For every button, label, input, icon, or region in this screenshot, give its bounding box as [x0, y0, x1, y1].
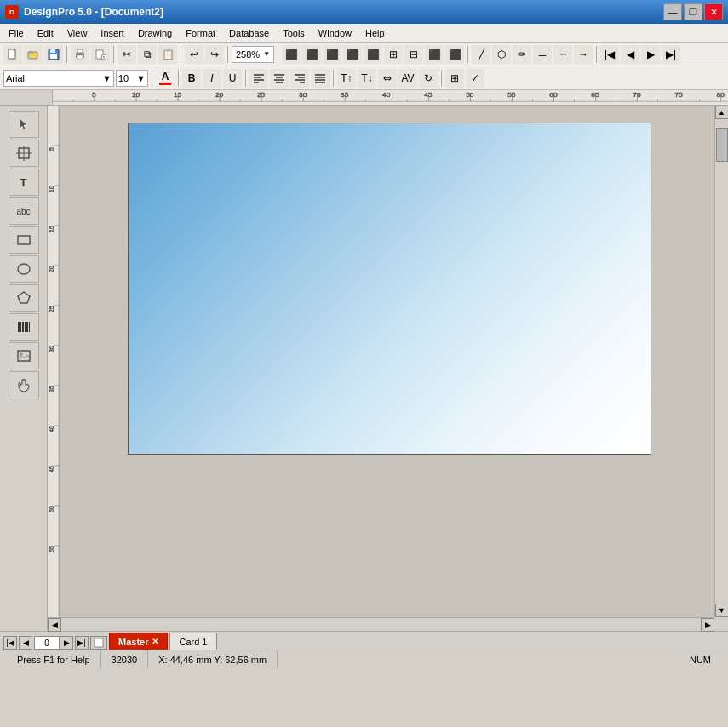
zoom-dropdown[interactable]: 258% ▼	[232, 46, 274, 63]
align-right-button[interactable]	[290, 69, 309, 88]
cut-button[interactable]: ✂	[118, 45, 136, 64]
master-tab-close[interactable]: ✕	[152, 637, 158, 646]
menu-file[interactable]: File	[2, 24, 31, 42]
title-controls: — ❐ ✕	[663, 3, 723, 20]
scroll-h-track[interactable]	[61, 618, 701, 631]
text-tool-button[interactable]: T	[9, 169, 39, 196]
obj-group-button[interactable]: ⊞	[384, 45, 403, 64]
page-last-button[interactable]: ▶|	[75, 636, 89, 650]
scroll-down-button[interactable]: ▼	[715, 604, 729, 617]
line-tool-button[interactable]: ╱	[472, 45, 490, 64]
svg-text:45: 45	[49, 466, 54, 472]
new-button[interactable]	[3, 45, 22, 64]
svg-rect-90	[22, 322, 24, 332]
font-name-dropdown[interactable]: Arial ▼	[3, 70, 114, 87]
italic-button[interactable]: I	[203, 69, 221, 88]
svg-rect-89	[20, 322, 21, 332]
polygon-tool-button2[interactable]	[9, 284, 39, 312]
nav-first-button[interactable]: |◀	[600, 45, 619, 64]
print-button[interactable]	[71, 45, 89, 64]
text-superscript-button[interactable]: T↑	[337, 69, 356, 88]
menu-drawing[interactable]: Drawing	[131, 24, 179, 42]
dash-tool-button[interactable]: ╌	[553, 45, 572, 64]
page-number-input[interactable]	[34, 636, 60, 650]
font-size-dropdown[interactable]: 10 ▼	[116, 70, 148, 87]
menu-tools[interactable]: Tools	[276, 24, 312, 42]
scroll-v-thumb[interactable]	[716, 128, 728, 162]
rectangle-tool-button[interactable]	[9, 226, 39, 254]
text-rotate-button[interactable]: ↻	[419, 69, 438, 88]
separator	[227, 46, 228, 63]
align-center-button[interactable]	[270, 69, 289, 88]
arrow-tool-button[interactable]: →	[574, 45, 593, 64]
page-next-button[interactable]: ▶	[60, 636, 73, 650]
svg-text:75: 75	[674, 92, 683, 100]
obj-front-button[interactable]: ⬛	[425, 45, 444, 64]
hand-tool-button[interactable]	[9, 371, 39, 398]
pointer-tool-button[interactable]	[9, 140, 39, 167]
insert-field-button[interactable]: ⊞	[445, 69, 464, 88]
menu-view[interactable]: View	[60, 24, 95, 42]
abc-tool-button[interactable]: abc	[9, 197, 39, 225]
polygon-tool-button[interactable]: ⬡	[492, 45, 511, 64]
scroll-up-button[interactable]: ▲	[715, 106, 729, 119]
bold-button[interactable]: B	[182, 69, 201, 88]
barcode-tool-button[interactable]	[9, 313, 39, 341]
pencil-tool-button[interactable]: ✏	[513, 45, 531, 64]
page-prev-button[interactable]: ◀	[19, 636, 32, 650]
underline-button[interactable]: U	[223, 69, 242, 88]
line-thick-button[interactable]: ═	[533, 45, 552, 64]
text-color-button[interactable]: A	[156, 69, 175, 88]
master-tab[interactable]: Master ✕	[109, 633, 168, 650]
copy-button[interactable]: ⧉	[138, 45, 157, 64]
scroll-right-button[interactable]: ▶	[701, 618, 714, 632]
obj-align-top-button[interactable]: ⬛	[343, 45, 362, 64]
text-color-indicator	[159, 83, 171, 85]
card1-tab[interactable]: Card 1	[169, 633, 216, 650]
close-button[interactable]: ✕	[704, 3, 723, 20]
scroll-v-track[interactable]	[715, 119, 728, 604]
menu-format[interactable]: Format	[179, 24, 222, 42]
svg-text:10: 10	[49, 186, 54, 192]
paste-button[interactable]: 📋	[158, 45, 177, 64]
restore-button[interactable]: ❐	[684, 3, 702, 20]
redo-button[interactable]: ↪	[205, 45, 224, 64]
scroll-left-button[interactable]: ◀	[48, 618, 61, 632]
minimize-button[interactable]: —	[663, 3, 682, 20]
open-button[interactable]	[24, 45, 43, 64]
menu-insert[interactable]: Insert	[94, 24, 131, 42]
menu-edit[interactable]: Edit	[31, 24, 60, 42]
nav-last-button[interactable]: ▶|	[662, 45, 680, 64]
separator	[113, 46, 114, 63]
separator	[278, 46, 278, 63]
image-tool-button[interactable]	[9, 342, 39, 369]
svg-text:45: 45	[424, 92, 433, 100]
nav-prev-button[interactable]: ◀	[621, 45, 639, 64]
obj-back-button[interactable]: ⬛	[445, 45, 464, 64]
menu-database[interactable]: Database	[222, 24, 276, 42]
page-first-button[interactable]: |◀	[3, 636, 17, 650]
save-button[interactable]	[44, 45, 63, 64]
obj-align-bottom-button[interactable]: ⬛	[364, 45, 382, 64]
right-scrollbar: ▲ ▼	[714, 106, 728, 617]
justify-button[interactable]	[311, 69, 330, 88]
obj-ungroup-button[interactable]: ⊟	[404, 45, 423, 64]
text-kerning-button[interactable]: AV	[398, 69, 417, 88]
text-spacing-button[interactable]: ⇔	[378, 69, 397, 88]
coordinates-section: X: 44,46 mm Y: 62,56 mm	[148, 650, 278, 668]
spell-check-button[interactable]: ✓	[466, 69, 484, 88]
menu-window[interactable]: Window	[312, 24, 358, 42]
obj-align-right-button[interactable]: ⬛	[323, 45, 341, 64]
menu-help[interactable]: Help	[358, 24, 392, 42]
ellipse-tool-button[interactable]	[9, 255, 39, 283]
page-import-button[interactable]	[90, 636, 107, 650]
select-tool-button[interactable]	[9, 111, 39, 138]
nav-next-button[interactable]: ▶	[641, 45, 660, 64]
undo-button[interactable]: ↩	[185, 45, 203, 64]
obj-align-left-button[interactable]: ⬛	[282, 45, 301, 64]
align-left-button[interactable]	[249, 69, 268, 88]
print-preview-button[interactable]	[91, 45, 110, 64]
text-subscript-button[interactable]: T↓	[358, 69, 376, 88]
left-toolbar: T abc	[0, 106, 48, 631]
obj-align-center-button[interactable]: ⬛	[302, 45, 321, 64]
